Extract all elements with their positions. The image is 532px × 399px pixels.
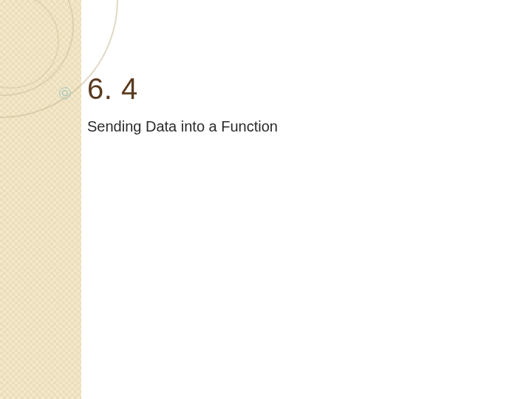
slide-subtitle: Sending Data into a Function	[87, 118, 278, 135]
slide-title: 6. 4	[87, 72, 138, 106]
title-bullet-icon	[59, 87, 71, 99]
